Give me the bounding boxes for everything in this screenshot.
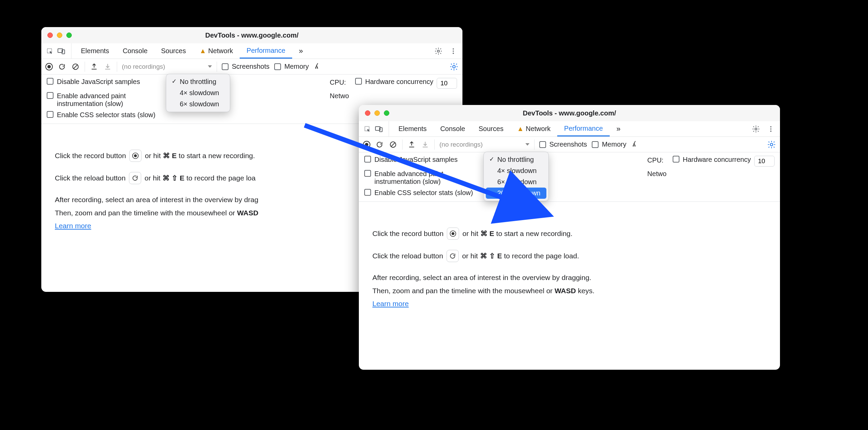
tab-elements[interactable]: Elements [392,121,433,136]
reload-button[interactable] [375,140,384,149]
tab-performance[interactable]: Performance [557,121,610,136]
clear-button[interactable] [71,62,80,71]
hardware-concurrency-checkbox[interactable] [673,156,679,163]
cpu-throttling-dropdown[interactable]: No throttling4× slowdown6× slowdown [166,74,230,112]
memory-checkbox[interactable] [274,63,281,70]
maximize-window-button[interactable] [66,33,72,38]
screenshots-checkbox[interactable] [222,63,229,70]
tab-console[interactable]: Console [433,121,472,136]
cpu-option[interactable]: 6× slowdown [168,99,228,110]
shortcut-key: E [172,150,177,162]
text: Then, zoom and pan the timeline with the… [372,287,555,295]
advanced-paint-checkbox[interactable] [364,170,371,177]
text: or hit [145,150,161,162]
kebab-menu-icon[interactable] [449,47,458,56]
cpu-option[interactable]: 6× slowdown [486,176,546,188]
tab-performance[interactable]: Performance [240,43,292,59]
screenshots-checkbox[interactable] [539,141,546,148]
svg-point-19 [770,143,773,146]
network-label: Netwo [647,170,667,178]
record-button-inline[interactable] [447,228,459,240]
more-tabs-button[interactable]: » [610,121,626,136]
svg-point-16 [770,130,772,132]
download-icon[interactable] [103,62,112,71]
close-window-button[interactable] [365,110,370,116]
minimize-window-button[interactable] [374,110,380,116]
settings-gear-icon[interactable] [752,125,760,133]
clear-button[interactable] [389,140,397,149]
hardware-concurrency-label: Hardware concurrency [365,78,433,86]
device-toolbar-icon[interactable] [57,47,66,56]
separator [85,62,85,72]
tab-sources[interactable]: Sources [472,121,510,136]
record-button[interactable] [363,141,370,148]
cpu-throttling-dropdown[interactable]: No throttling4× slowdown6× slowdown20× s… [483,152,549,201]
tab-network[interactable]: ▲ Network [193,43,240,59]
advanced-paint-checkbox[interactable] [47,92,53,99]
inspect-icon[interactable] [45,47,54,56]
disable-js-checkbox[interactable] [47,78,53,85]
separator [402,139,403,150]
network-label: Netwo [330,92,349,100]
recordings-select[interactable]: (no recordings) [439,141,529,148]
text: or hit [145,173,160,184]
svg-point-6 [453,52,454,54]
close-window-button[interactable] [47,33,53,38]
reload-button[interactable] [58,62,66,71]
reload-button-inline[interactable] [447,250,459,262]
svg-point-4 [453,48,454,49]
css-selector-label: Enable CSS selector stats (slow) [374,189,473,197]
collect-garbage-icon[interactable] [631,140,640,149]
disable-js-checkbox[interactable] [364,156,371,163]
cpu-option[interactable]: 4× slowdown [486,165,546,176]
recordings-label: (no recordings) [122,63,165,70]
maximize-window-button[interactable] [384,110,389,116]
learn-more-link[interactable]: Learn more [372,298,766,309]
collect-garbage-icon[interactable] [313,62,322,71]
download-icon[interactable] [421,140,430,149]
upload-icon[interactable] [90,62,99,71]
text: Click the record button [372,228,443,239]
svg-line-18 [391,143,395,146]
warning-icon: ▲ [199,47,206,55]
window-title: DevTools - www.google.com/ [41,31,462,39]
record-button-inline[interactable] [129,150,142,162]
hardware-concurrency-label: Hardware concurrency [683,156,751,164]
text: to record the page load. [504,251,579,262]
reload-button-inline[interactable] [129,172,141,184]
hardware-concurrency-input[interactable] [754,156,775,167]
disable-js-label: Disable JavaScript samples [374,156,458,164]
kebab-menu-icon[interactable] [766,125,775,133]
svg-line-8 [74,65,78,68]
tab-network[interactable]: ▲ Network [510,121,557,136]
text: keys. [576,287,594,295]
tab-elements[interactable]: Elements [74,43,116,59]
cpu-option[interactable]: 4× slowdown [168,87,228,99]
window-controls [41,33,72,38]
minimize-window-button[interactable] [57,33,62,38]
separator [534,139,535,150]
text: to start a new recording. [496,228,572,239]
shortcut-shift: ⇧ [172,173,178,184]
more-tabs-button[interactable]: » [292,43,308,59]
capture-settings-icon[interactable] [450,62,458,71]
css-selector-checkbox[interactable] [47,111,53,118]
screenshots-label: Screenshots [549,141,587,148]
upload-icon[interactable] [407,140,416,149]
cpu-option[interactable]: 20× slowdown [486,188,546,199]
cpu-option[interactable]: No throttling [168,76,228,87]
hardware-concurrency-input[interactable] [437,78,457,89]
cpu-option[interactable]: No throttling [486,154,546,165]
css-selector-checkbox[interactable] [364,189,371,196]
record-button[interactable] [45,63,53,70]
capture-settings-icon[interactable] [767,140,776,149]
hardware-concurrency-checkbox[interactable] [355,78,362,85]
advanced-paint-label: Enable advanced paint instrumentation (s… [57,92,158,108]
tab-console[interactable]: Console [116,43,154,59]
device-toolbar-icon[interactable] [374,125,383,133]
inspect-icon[interactable] [363,125,372,133]
settings-gear-icon[interactable] [434,47,443,56]
recordings-select[interactable]: (no recordings) [122,63,212,70]
memory-checkbox[interactable] [592,141,599,148]
tab-sources[interactable]: Sources [154,43,193,59]
